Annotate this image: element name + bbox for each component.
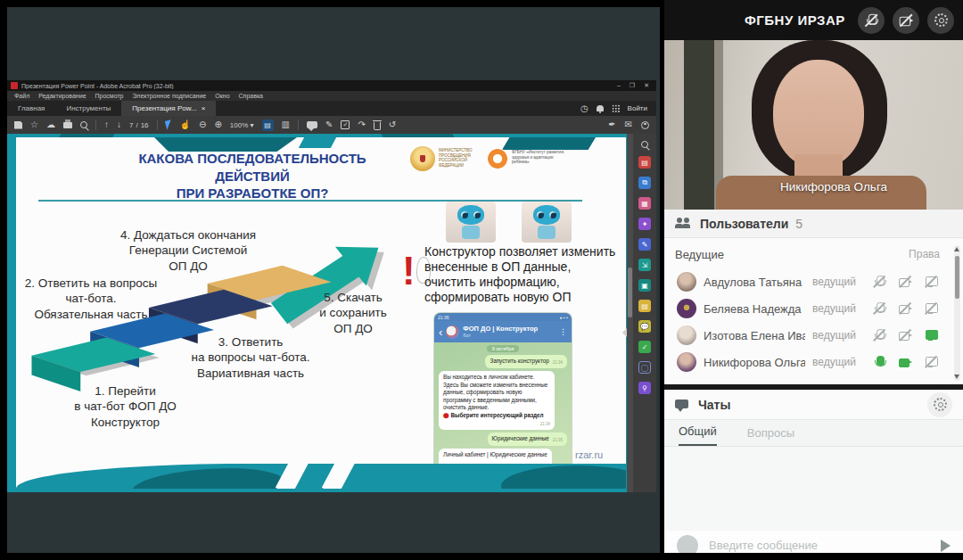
robot-image-2 xyxy=(522,202,572,243)
fill-sign-tool-icon[interactable]: ✎ xyxy=(638,238,651,251)
acrobat-app-icon xyxy=(11,82,18,89)
screen-off-icon[interactable] xyxy=(924,275,938,289)
share-arrow-icon[interactable]: ↷ xyxy=(358,120,365,129)
chat-title: Чаты xyxy=(698,398,730,412)
participants-scrollbar[interactable] xyxy=(954,245,960,381)
scroll-down-icon[interactable] xyxy=(954,375,959,379)
reading-mode-icon[interactable]: ▥ xyxy=(282,120,290,129)
mic-off-icon[interactable] xyxy=(872,275,886,289)
notifications-icon[interactable] xyxy=(597,105,604,111)
menu-esign[interactable]: Электронное подписание xyxy=(133,93,207,99)
screen-sharing-icon[interactable] xyxy=(924,328,938,342)
comment-tool-icon[interactable]: 💬 xyxy=(638,320,651,333)
tab-home[interactable]: Главная xyxy=(7,101,55,116)
document-scrollbar[interactable] xyxy=(627,134,633,492)
screen-off-icon[interactable] xyxy=(924,355,938,369)
tab-close-icon[interactable]: × xyxy=(202,104,206,112)
participant-row[interactable]: Никифорова Ольга Вл... ведущий xyxy=(664,349,963,375)
tab-document[interactable]: Презентация Pow... × xyxy=(121,101,216,116)
export-pdf-tool-icon[interactable]: ⇲ xyxy=(638,259,651,271)
menu-edit[interactable]: Редактирование xyxy=(38,93,86,99)
minimize-button[interactable]: – xyxy=(617,82,621,89)
camera-off-icon[interactable] xyxy=(898,301,912,316)
stamp-tool-icon[interactable]: ✓ xyxy=(638,341,651,353)
edit-pdf-tool-icon[interactable]: ✦ xyxy=(638,218,651,230)
organize-pages-tool-icon[interactable]: ▦ xyxy=(638,197,651,210)
protect-tool-icon[interactable]: ◯ xyxy=(638,361,651,374)
acrobat-titlebar[interactable]: Презентация Power Point - Adobe Acrobat … xyxy=(7,80,656,91)
message-input[interactable] xyxy=(707,538,932,553)
send-icon[interactable] xyxy=(941,539,951,552)
star-icon[interactable]: ☆ xyxy=(30,120,38,129)
chat-settings-button[interactable] xyxy=(927,392,952,417)
restore-button[interactable]: ❐ xyxy=(630,82,635,89)
video-background xyxy=(684,40,714,210)
institute-logo: ФГБНУ «Институт развития, здоровья и ада… xyxy=(487,148,564,169)
page-indicator[interactable]: 7 / 16 xyxy=(129,121,149,129)
signature-icon[interactable]: ✒ xyxy=(608,120,615,129)
menu-view[interactable]: Просмотр xyxy=(95,93,124,99)
screen-off-icon[interactable] xyxy=(924,301,938,316)
trash-icon[interactable] xyxy=(374,122,381,130)
sign-in-button[interactable]: Войти xyxy=(628,104,647,112)
mic-on-icon[interactable] xyxy=(872,355,886,369)
camera-muted-button[interactable] xyxy=(893,7,919,34)
share-tool-icon[interactable]: ⚲ xyxy=(638,382,651,394)
meeting-header: ФГБНУ ИРЗАР xyxy=(664,0,963,40)
stamp-icon[interactable]: ✓ xyxy=(341,120,350,129)
rotate-icon[interactable]: ↺ xyxy=(389,120,396,129)
account-icon[interactable] xyxy=(641,121,649,129)
menu-window[interactable]: Окно xyxy=(215,93,229,99)
envelope-icon[interactable]: ✉ xyxy=(625,120,632,129)
camera-on-icon[interactable] xyxy=(898,355,912,369)
participant-row[interactable]: Беляева Надежда Вла... ведущий xyxy=(664,295,963,322)
scroll-up-icon[interactable] xyxy=(954,247,959,251)
combine-files-tool-icon[interactable]: ⧉ xyxy=(638,177,651,189)
settings-button[interactable] xyxy=(927,7,954,34)
participant-role: ведущий xyxy=(812,276,856,288)
search-tool-icon[interactable] xyxy=(641,141,648,148)
zoom-level[interactable]: 100% ▾ xyxy=(230,121,254,129)
save-icon[interactable] xyxy=(14,121,22,129)
comment-icon[interactable] xyxy=(307,121,317,128)
search-icon[interactable] xyxy=(80,121,87,128)
convert-tool-icon[interactable]: ▤ xyxy=(638,300,651,312)
scrollbar-thumb[interactable] xyxy=(955,256,959,299)
mic-muted-button[interactable] xyxy=(858,7,885,34)
close-button[interactable]: ✕ xyxy=(644,82,649,89)
panel-collapse-arrow-icon[interactable] xyxy=(622,328,627,337)
page-down-icon[interactable]: ↓ xyxy=(117,120,121,129)
hand-tool-icon[interactable]: ☝ xyxy=(180,120,191,129)
history-icon[interactable]: ◷ xyxy=(580,104,588,113)
apps-grid-icon[interactable] xyxy=(612,104,620,112)
tab-tools[interactable]: Инструменты xyxy=(55,101,121,116)
camera-off-icon[interactable] xyxy=(898,275,912,289)
pencil-icon[interactable]: ✎ xyxy=(325,120,333,129)
participant-name: Беляева Надежда Вла... xyxy=(704,302,805,316)
participant-row[interactable]: Авдулова Татьяна Пав... ведущий xyxy=(664,268,963,295)
scrollbar-thumb[interactable] xyxy=(628,268,632,317)
group-label: Ведущие xyxy=(675,248,724,261)
select-tool-icon[interactable] xyxy=(164,119,172,129)
mic-off-icon[interactable] xyxy=(872,328,886,342)
page-up-icon[interactable]: ↑ xyxy=(104,120,109,129)
create-pdf-tool-icon[interactable]: ▤ xyxy=(638,156,651,169)
cloud-icon[interactable]: ☁ xyxy=(46,120,55,129)
page-current: 7 xyxy=(129,121,133,129)
zoom-in-icon[interactable]: ⊕ xyxy=(214,120,221,129)
ministry-logo: МИНИСТЕРСТВО ПРОСВЕЩЕНИЯ РОССИЙСКОЙ ФЕДЕ… xyxy=(410,146,472,171)
chat-bubble-out: Юридические данные 21:35 xyxy=(488,432,567,446)
tab-questions[interactable]: Вопросы xyxy=(747,426,794,446)
participant-row[interactable]: Изотова Елена Ивано... ведущий xyxy=(664,322,963,349)
chat-tabs: Общий Вопросы xyxy=(664,420,963,447)
reader-tool-icon[interactable]: ▣ xyxy=(638,279,651,292)
camera-off-icon[interactable] xyxy=(898,328,912,342)
back-icon: ‹ xyxy=(439,326,442,338)
mic-off-icon[interactable] xyxy=(872,301,886,316)
zoom-out-icon[interactable]: ⊖ xyxy=(199,120,206,129)
print-icon[interactable] xyxy=(63,122,72,128)
menu-help[interactable]: Справка xyxy=(239,93,263,99)
tab-general[interactable]: Общий xyxy=(679,424,717,446)
page-display-icon[interactable]: ▤ xyxy=(262,119,274,131)
menu-file[interactable]: Файл xyxy=(14,93,29,99)
